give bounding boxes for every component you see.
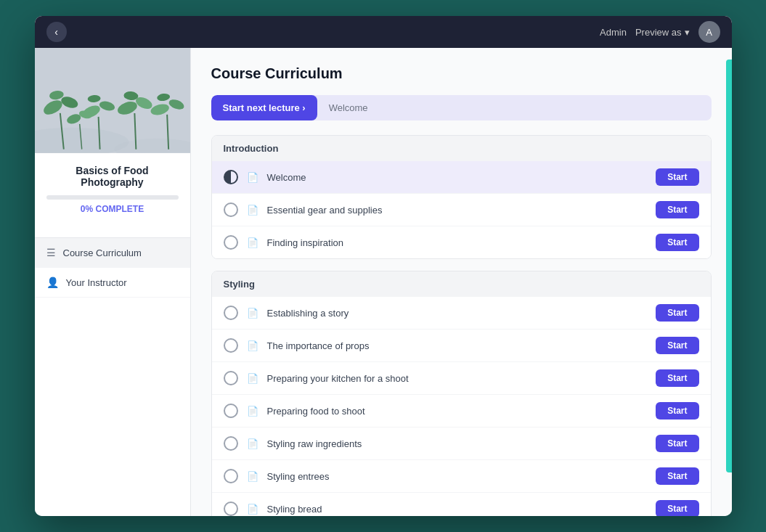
lesson-row: 📄 Preparing food to shoot Start <box>212 395 711 427</box>
doc-icon: 📄 <box>247 237 258 248</box>
start-button[interactable]: Start <box>656 168 698 186</box>
avatar[interactable]: A <box>698 21 720 43</box>
lesson-status-icon <box>224 502 238 516</box>
course-info: Basics of Food Photography 0% COMPLETE <box>35 153 190 226</box>
instructor-icon: 👤 <box>46 277 59 288</box>
lesson-title: Preparing your kitchen for a shoot <box>267 373 648 384</box>
start-button[interactable]: Start <box>656 337 698 354</box>
preview-label: Preview as <box>635 27 682 38</box>
start-button[interactable]: Start <box>656 234 698 251</box>
doc-icon: 📄 <box>247 205 258 216</box>
lesson-title: Styling entrees <box>267 471 648 482</box>
doc-icon: 📄 <box>247 471 258 482</box>
accent-bar <box>726 60 732 472</box>
course-title: Basics of Food Photography <box>46 165 179 188</box>
lesson-row: 📄 Styling raw ingredients Start <box>212 427 711 460</box>
lesson-row: 📄 Establishing a story Start <box>212 297 711 330</box>
current-lecture-label: Welcome <box>317 95 380 120</box>
section-introduction: Introduction 📄 Welcome Start 📄 Essential… <box>211 135 712 259</box>
lesson-status-icon <box>224 436 238 451</box>
lesson-row: 📄 The importance of props Start <box>212 330 711 362</box>
start-button[interactable]: Start <box>656 369 698 387</box>
start-button[interactable]: Start <box>656 435 698 452</box>
lesson-row: 📄 Welcome Start <box>212 161 711 194</box>
progress-text: 0% COMPLETE <box>46 204 179 214</box>
sidebar-nav: ☰ Course Curriculum 👤 Your Instructor <box>35 237 190 298</box>
doc-icon: 📄 <box>247 340 258 351</box>
lesson-status-icon <box>224 170 238 184</box>
lesson-status-icon <box>224 202 238 217</box>
sidebar-curriculum-label: Course Curriculum <box>63 247 142 258</box>
section-introduction-header: Introduction <box>212 136 711 161</box>
curriculum-icon: ☰ <box>46 247 56 258</box>
content-area: Course Curriculum Start next lecture › W… <box>191 48 732 516</box>
page-title: Course Curriculum <box>211 65 712 82</box>
preview-button[interactable]: Preview as ▾ <box>635 27 690 38</box>
sidebar-item-instructor[interactable]: 👤 Your Instructor <box>35 268 190 298</box>
start-next-lecture-button[interactable]: Start next lecture › <box>211 95 317 120</box>
sidebar: Basics of Food Photography 0% COMPLETE ☰… <box>35 48 191 516</box>
course-image <box>35 48 190 153</box>
doc-icon: 📄 <box>247 308 258 319</box>
start-button[interactable]: Start <box>656 402 698 420</box>
lesson-status-icon <box>224 404 238 418</box>
lesson-status-icon <box>224 469 238 483</box>
doc-icon: 📄 <box>247 406 258 417</box>
doc-icon: 📄 <box>247 504 258 515</box>
lesson-title: Preparing food to shoot <box>267 406 648 417</box>
sidebar-instructor-label: Your Instructor <box>66 277 127 288</box>
doc-icon: 📄 <box>247 438 258 449</box>
main-layout: Basics of Food Photography 0% COMPLETE ☰… <box>35 48 732 516</box>
lesson-row: 📄 Essential gear and supplies Start <box>212 194 711 226</box>
start-button[interactable]: Start <box>656 500 698 516</box>
back-icon: ‹ <box>54 26 58 38</box>
sidebar-item-curriculum[interactable]: ☰ Course Curriculum <box>35 238 190 268</box>
lesson-status-icon <box>224 371 238 385</box>
lesson-title: The importance of props <box>267 340 648 351</box>
lesson-title: Finding inspiration <box>267 237 648 248</box>
start-button[interactable]: Start <box>656 304 698 322</box>
preview-arrow-icon: ▾ <box>685 27 690 38</box>
start-button[interactable]: Start <box>656 467 698 485</box>
start-button[interactable]: Start <box>656 201 698 218</box>
lesson-title: Styling bread <box>267 504 648 515</box>
lesson-row: 📄 Preparing your kitchen for a shoot Sta… <box>212 362 711 395</box>
back-button[interactable]: ‹ <box>46 22 67 42</box>
lesson-title: Establishing a story <box>267 308 648 319</box>
lesson-status-icon <box>224 235 238 250</box>
doc-icon: 📄 <box>247 373 258 384</box>
progress-bar-wrap <box>46 195 179 200</box>
lesson-status-icon <box>224 338 238 353</box>
doc-icon: 📄 <box>247 172 258 183</box>
lesson-title: Styling raw ingredients <box>267 438 648 449</box>
lesson-title: Essential gear and supplies <box>267 205 648 216</box>
nav-right: Admin Preview as ▾ A <box>600 21 720 43</box>
lesson-title: Welcome <box>267 172 648 183</box>
course-image-illustration <box>35 48 190 153</box>
lesson-row: 📄 Styling entrees Start <box>212 460 711 493</box>
section-styling: Styling 📄 Establishing a story Start 📄 T… <box>211 271 712 516</box>
admin-label: Admin <box>600 27 627 38</box>
lesson-row: 📄 Styling bread Start <box>212 493 711 516</box>
section-styling-header: Styling <box>212 271 711 297</box>
lesson-row: 📄 Finding inspiration Start <box>212 226 711 258</box>
lesson-status-icon <box>224 306 238 320</box>
top-nav: ‹ Admin Preview as ▾ A <box>35 16 732 48</box>
start-lecture-bar: Start next lecture › Welcome <box>211 95 712 120</box>
